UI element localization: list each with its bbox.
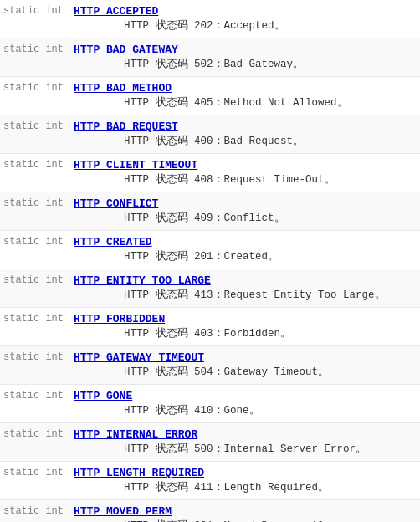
constant-name-link[interactable]: HTTP_FORBIDDEN bbox=[74, 313, 413, 325]
modifier-label: static int bbox=[3, 197, 64, 209]
constant-name-link[interactable]: HTTP_CONFLICT bbox=[74, 197, 413, 210]
modifier-label: static int bbox=[3, 5, 64, 17]
modifier-label: static int bbox=[3, 236, 64, 248]
table-row: static intHTTP_ENTITY_TOO_LARGEHTTP 状态码 … bbox=[0, 269, 420, 308]
constant-description: HTTP 状态码 301：Moved Permanently。 bbox=[124, 518, 413, 522]
modifier-label: static int bbox=[3, 467, 64, 478]
modifier-label: static int bbox=[3, 390, 64, 402]
modifier-label: static int bbox=[3, 44, 64, 55]
constant-name-link[interactable]: HTTP_BAD_REQUEST bbox=[74, 120, 413, 133]
constant-name-link[interactable]: HTTP_BAD_GATEWAY bbox=[74, 44, 413, 56]
constant-description: HTTP 状态码 403：Forbidden。 bbox=[124, 325, 413, 340]
constant-description: HTTP 状态码 411：Length Required。 bbox=[124, 479, 413, 494]
constant-description: HTTP 状态码 409：Conflict。 bbox=[124, 210, 413, 225]
modifier-label: static int bbox=[3, 313, 64, 325]
modifier-label: static int bbox=[3, 428, 64, 440]
table-row: static intHTTP_CONFLICTHTTP 状态码 409：Conf… bbox=[0, 192, 420, 231]
constant-name-link[interactable]: HTTP_GONE bbox=[74, 390, 413, 402]
constant-description: HTTP 状态码 202：Accepted。 bbox=[124, 18, 413, 33]
constant-name-link[interactable]: HTTP_CLIENT_TIMEOUT bbox=[74, 159, 413, 171]
constant-description: HTTP 状态码 405：Method Not Allowed。 bbox=[124, 95, 413, 110]
table-row: static intHTTP_ACCEPTEDHTTP 状态码 202：Acce… bbox=[0, 0, 420, 38]
constant-description: HTTP 状态码 502：Bad Gateway。 bbox=[124, 56, 413, 71]
table-row: static intHTTP_CREATEDHTTP 状态码 201：Creat… bbox=[0, 231, 420, 269]
constant-description: HTTP 状态码 408：Request Time-Out。 bbox=[124, 171, 413, 187]
constant-description: HTTP 状态码 413：Request Entity Too Large。 bbox=[124, 287, 413, 302]
table-row: static intHTTP_BAD_REQUESTHTTP 状态码 400：B… bbox=[0, 115, 420, 154]
table-row: static intHTTP_GONEHTTP 状态码 410：Gone。 bbox=[0, 385, 420, 423]
constant-name-link[interactable]: HTTP_MOVED_PERM bbox=[74, 505, 413, 518]
constant-name-link[interactable]: HTTP_LENGTH_REQUIRED bbox=[74, 467, 413, 479]
constant-name-link[interactable]: HTTP_INTERNAL_ERROR bbox=[74, 428, 413, 441]
api-table: static intHTTP_ACCEPTEDHTTP 状态码 202：Acce… bbox=[0, 0, 420, 522]
constant-name-link[interactable]: HTTP_ENTITY_TOO_LARGE bbox=[74, 274, 413, 287]
table-row: static intHTTP_FORBIDDENHTTP 状态码 403：For… bbox=[0, 308, 420, 346]
constant-description: HTTP 状态码 400：Bad Request。 bbox=[124, 133, 413, 148]
constant-description: HTTP 状态码 500：Internal Server Error。 bbox=[124, 441, 413, 456]
table-row: static intHTTP_CLIENT_TIMEOUTHTTP 状态码 40… bbox=[0, 154, 420, 192]
modifier-label: static int bbox=[3, 505, 64, 517]
table-row: static intHTTP_MOVED_PERMHTTP 状态码 301：Mo… bbox=[0, 500, 420, 522]
constant-description: HTTP 状态码 504：Gateway Timeout。 bbox=[124, 364, 413, 379]
table-row: static intHTTP_BAD_GATEWAYHTTP 状态码 502：B… bbox=[0, 38, 420, 77]
modifier-label: static int bbox=[3, 274, 64, 286]
constant-name-link[interactable]: HTTP_GATEWAY_TIMEOUT bbox=[74, 351, 413, 364]
table-row: static intHTTP_BAD_METHODHTTP 状态码 405：Me… bbox=[0, 77, 420, 115]
constant-name-link[interactable]: HTTP_CREATED bbox=[74, 236, 413, 248]
modifier-label: static int bbox=[3, 120, 64, 132]
table-row: static intHTTP_INTERNAL_ERRORHTTP 状态码 50… bbox=[0, 423, 420, 462]
constant-description: HTTP 状态码 410：Gone。 bbox=[124, 402, 413, 417]
constant-name-link[interactable]: HTTP_BAD_METHOD bbox=[74, 82, 413, 95]
table-row: static intHTTP_LENGTH_REQUIREDHTTP 状态码 4… bbox=[0, 462, 420, 500]
modifier-label: static int bbox=[3, 159, 64, 171]
constant-name-link[interactable]: HTTP_ACCEPTED bbox=[74, 5, 413, 18]
modifier-label: static int bbox=[3, 82, 64, 94]
modifier-label: static int bbox=[3, 351, 64, 363]
table-row: static intHTTP_GATEWAY_TIMEOUTHTTP 状态码 5… bbox=[0, 346, 420, 385]
constant-description: HTTP 状态码 201：Created。 bbox=[124, 248, 413, 264]
